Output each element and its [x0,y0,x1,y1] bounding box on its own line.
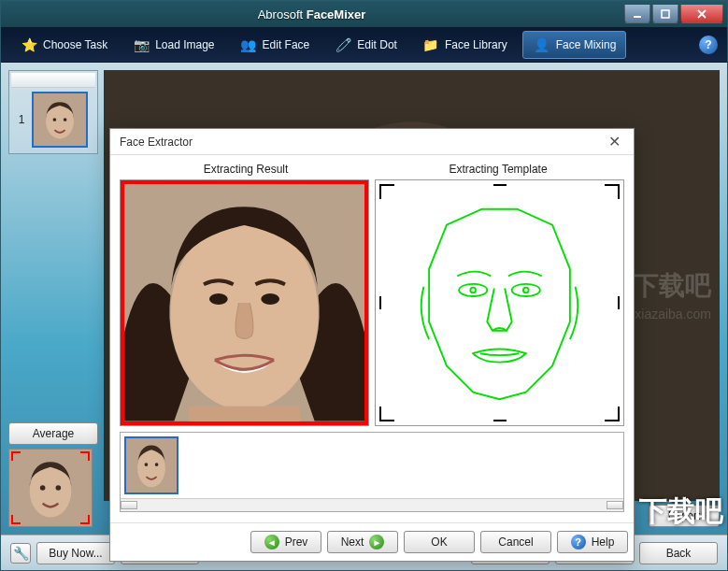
dialog-title: Face Extractor [120,136,193,149]
toolbar-help-button[interactable]: ? [699,36,718,54]
svg-point-17 [459,284,487,296]
ok-button[interactable]: OK [404,531,475,553]
result-thumb[interactable] [8,449,93,527]
face-icon: 👥 [239,36,258,53]
thumb-index: 1 [15,113,28,126]
maximize-icon [661,9,670,19]
crop-corner-icon [11,451,21,461]
svg-point-4 [53,118,57,121]
mixing-icon: 👤 [533,36,551,53]
face-extractor-dialog: Face Extractor ✕ Extracting Result Extra… [109,128,635,562]
crop-corner-icon [80,515,90,524]
crop-tick-icon [618,296,620,309]
thumb-row[interactable]: 1 [11,88,95,151]
back-label: Back [666,547,692,560]
help-icon: ? [705,38,711,51]
maximize-button[interactable] [652,5,678,23]
face-template-wireframe-icon [385,190,614,415]
next-button[interactable]: Next ► [327,531,398,553]
load-image-button[interactable]: 📷 Load Image [122,31,223,59]
svg-point-19 [470,288,476,293]
cancel-label: Cancel [498,535,533,549]
app-window: Abrosoft FaceMixer ⭐ Choose Task 📷 Load … [0,0,728,571]
dialog-body: Extracting Result Extracting Template [110,155,634,522]
prev-button[interactable]: ◄ Prev [250,531,321,553]
filmstrip-scrollbar[interactable] [121,498,623,511]
crop-corner-icon [80,451,90,461]
close-icon: ✕ [608,134,621,150]
thumb-list: 1 [8,70,98,154]
thumb-list-header [11,73,95,88]
dialog-titlebar: Face Extractor ✕ [110,129,634,155]
dialog-button-row: ◄ Prev Next ► OK Cancel ? Help [110,522,634,561]
help-button[interactable]: ? Help [557,531,628,553]
thumb-image[interactable] [32,92,88,148]
average-label: Average [33,427,74,440]
export-button[interactable]: Export [649,505,720,527]
result-face-photo [124,184,364,421]
edit-dot-button[interactable]: 🧷 Edit Dot [324,31,407,59]
prev-label: Prev [285,535,308,549]
main-toolbar: ⭐ Choose Task 📷 Load Image 👥 Edit Face 🧷… [1,27,727,63]
svg-point-5 [64,118,67,121]
average-button[interactable]: Average [8,422,98,445]
export-label: Export [668,509,701,522]
folder-icon: 📁 [421,36,440,53]
result-thumb-icon [11,451,90,524]
gear-icon: 🔧 [13,546,29,561]
filmstrip [120,432,624,512]
face-mixing-button[interactable]: 👤 Face Mixing [522,31,627,59]
svg-point-20 [523,288,529,293]
svg-point-9 [56,485,62,491]
filmstrip-items [121,433,623,498]
buy-now-label: Buy Now... [49,547,102,560]
filmstrip-face-icon [126,438,177,492]
dialog-panel-labels: Extracting Result Extracting Template [120,159,624,179]
settings-button[interactable]: 🔧 [10,543,31,564]
minimize-button[interactable] [624,5,650,23]
svg-point-18 [512,284,540,296]
svg-point-15 [261,293,279,305]
extracting-result-panel[interactable] [120,179,369,426]
close-icon [697,9,707,19]
crop-corner-icon [11,515,21,524]
choose-task-button[interactable]: ⭐ Choose Task [10,31,117,59]
arrow-left-icon: ◄ [264,535,279,550]
svg-point-24 [155,463,159,466]
edit-face-button[interactable]: 👥 Edit Face [230,31,320,59]
edit-face-label: Edit Face [263,38,310,51]
svg-point-14 [209,293,228,305]
back-button[interactable]: Back [639,542,718,564]
ok-label: OK [431,535,447,549]
help-label: Help [592,535,615,549]
close-button[interactable] [680,5,723,23]
result-label: Extracting Result [120,159,372,179]
svg-rect-16 [189,407,300,421]
filmstrip-thumb[interactable] [124,436,178,494]
face-library-button[interactable]: 📁 Face Library [412,31,517,59]
app-title: Abrosoft FaceMixer [1,7,622,21]
dialog-close-button[interactable]: ✕ [605,133,624,150]
cancel-button[interactable]: Cancel [480,531,551,553]
svg-point-23 [145,463,149,466]
svg-point-8 [40,485,46,491]
camera-icon: 📷 [132,36,150,53]
buy-now-button[interactable]: Buy Now... [36,542,115,564]
app-title-bold: FaceMixer [307,7,366,21]
svg-rect-0 [634,16,641,18]
minimize-icon [633,9,642,19]
extracting-template-panel[interactable] [375,179,624,426]
window-controls [622,5,723,23]
crop-tick-icon [493,420,507,421]
face-library-label: Face Library [445,38,507,51]
svg-rect-1 [662,10,669,18]
face-thumb-icon [34,93,86,146]
watermark-text: 下载吧 [633,268,711,304]
face-mixing-label: Face Mixing [556,38,617,51]
result-face-icon [124,184,364,421]
arrow-right-icon: ► [369,535,384,550]
help-icon: ? [571,535,586,550]
crop-tick-icon [493,184,507,186]
star-icon: ⭐ [20,36,38,53]
left-panel: 1 Average [8,70,98,527]
